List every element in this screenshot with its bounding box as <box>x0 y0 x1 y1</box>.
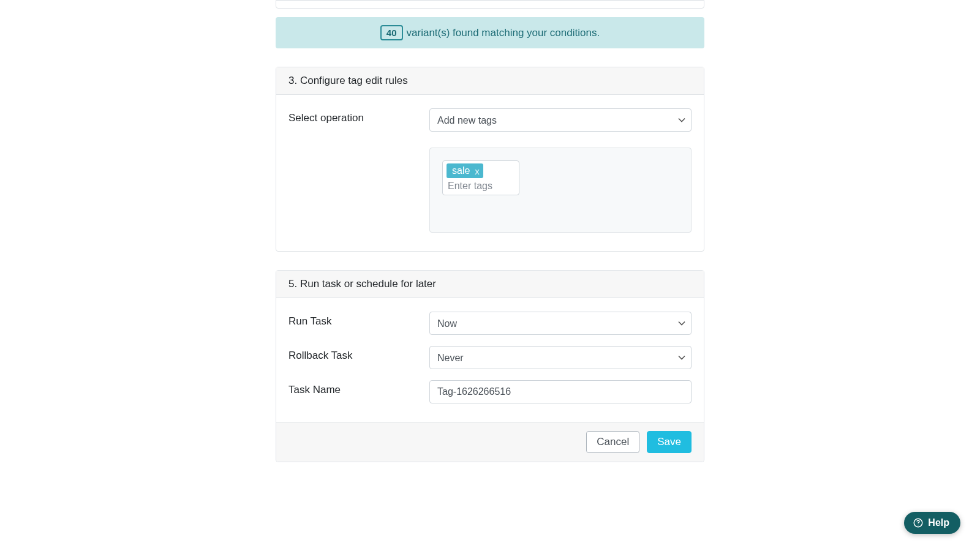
save-button[interactable]: Save <box>647 431 692 453</box>
select-operation-dropdown[interactable]: Add new tags <box>429 108 692 132</box>
rollback-task-dropdown[interactable]: Never <box>429 346 692 369</box>
previous-panel-stub <box>276 0 704 9</box>
variants-found-alert: 40 variant(s) found matching your condit… <box>276 17 704 48</box>
select-operation-label: Select operation <box>288 108 429 124</box>
task-name-label: Task Name <box>288 380 429 396</box>
run-task-label: Run Task <box>288 312 429 328</box>
panel-footer: Cancel Save <box>276 422 704 462</box>
run-task-heading: 5. Run task or schedule for later <box>276 271 704 298</box>
run-task-panel: 5. Run task or schedule for later Run Ta… <box>276 270 704 462</box>
remove-tag-icon[interactable]: x <box>475 166 480 176</box>
configure-tag-rules-heading: 3. Configure tag edit rules <box>276 67 704 95</box>
tags-area: sale x <box>429 148 692 233</box>
tag-chip-label: sale <box>452 165 470 176</box>
variant-count-message: variant(s) found matching your condition… <box>407 27 600 39</box>
variant-count-badge: 40 <box>380 25 403 40</box>
tags-text-input[interactable] <box>447 179 508 193</box>
configure-tag-rules-panel: 3. Configure tag edit rules Select opera… <box>276 67 704 252</box>
task-name-input[interactable] <box>429 380 692 403</box>
run-task-dropdown[interactable]: Now <box>429 312 692 335</box>
rollback-task-label: Rollback Task <box>288 346 429 362</box>
tags-input-box[interactable]: sale x <box>442 160 519 195</box>
tag-chip-sale: sale x <box>447 163 483 178</box>
cancel-button[interactable]: Cancel <box>586 431 639 453</box>
